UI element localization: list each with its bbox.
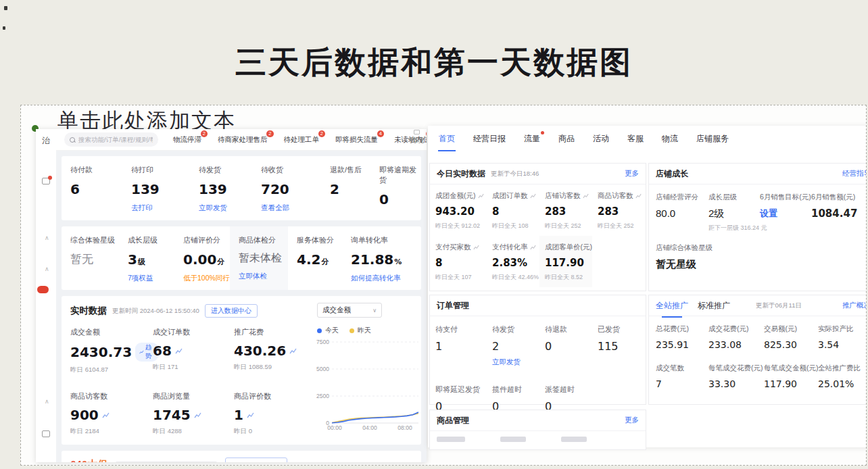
view-all-link[interactable]: 查看全部 (261, 203, 330, 213)
shop-experience-card: 综合体验星级 暂无 成长层级 3级 7项权益 店铺评价分 0.00分 低于100… (62, 226, 421, 290)
stat-value: 0.00 (183, 251, 216, 268)
stat-value: 117.90 (764, 378, 818, 389)
sidebar-menu-icon[interactable] (42, 178, 50, 184)
tab-traffic[interactable]: 流量 (524, 133, 540, 145)
stat-label: 商品浏览量 (153, 391, 234, 401)
stat-value: 2 (330, 181, 379, 197)
realtime-stats-grid: 成交金额 2430.73 趋势 昨日 6104.87 成交订单数 68 昨日 1… (70, 327, 308, 436)
sidebar-label: 治 (42, 135, 50, 147)
stat-label: 成交订单数 (153, 327, 234, 337)
stat-label: 成团客单价(元) (545, 243, 592, 252)
stat-product-visitors: 商品访客数 283 昨日全天 252 (592, 184, 646, 236)
chevron-up-icon[interactable]: ∧ (45, 266, 49, 272)
stat-value: 2级 (708, 207, 760, 220)
promotion-section: 全站推广 标准推广 更新于06月11日 推广概况 总花费(元) 235.91 成… (648, 295, 867, 405)
tab-products[interactable]: 商品 (558, 133, 575, 145)
trend-icon (247, 412, 254, 418)
stat-label: 支付买家数 (435, 243, 471, 252)
stat-pickup-timeout: 揽件超时 0 (487, 376, 539, 413)
promo-banner-card: 640大促 (62, 451, 421, 462)
stat-value: 115 (598, 340, 643, 353)
stat-value: 283 (545, 205, 589, 218)
ship-now-link[interactable]: 立即发货 (492, 357, 537, 367)
trend-icon (194, 412, 201, 418)
toolbar-item-label: 物流停滞 (173, 135, 201, 143)
stat-product-visitors: 商品访客数 900 昨日 2184 (70, 391, 153, 436)
toolbar-item-traffic-loss[interactable]: 即将损失流量4 (335, 135, 378, 145)
rights-link[interactable]: 7项权益 (128, 274, 174, 283)
stat-shop-visitors: 店铺访客数 283 昨日全天 252 (539, 184, 592, 236)
stat-label: 全站推广费比 (818, 364, 867, 373)
section-updated: 更新于今日18:46 (491, 170, 539, 178)
tab-sitewide-promo[interactable]: 全站推广 (656, 300, 688, 312)
toolbar-item-label: 即将损失流量 (335, 135, 378, 143)
stat-value: 139 (199, 181, 261, 197)
data-center-button[interactable]: 进入数据中心 (205, 304, 258, 318)
stat-value: 暂无 (70, 251, 119, 267)
stat-label: 每笔成交金额(元) (764, 364, 818, 373)
stat-label: 成团金额(元) (435, 191, 476, 201)
tab-shop-services[interactable]: 店铺服务 (696, 133, 729, 145)
set-target-link[interactable]: 设置 (760, 207, 811, 220)
legend-label: 昨天 (358, 326, 371, 335)
stat-value: 6 (70, 181, 131, 197)
toolbar-shortcuts: 物流停滞2 待商家处理售后2 待处理工单2 即将损失流量4 未读站内信66 (173, 135, 427, 145)
chevron-up-icon[interactable]: ∧ (45, 398, 49, 405)
stat-unit: 分 (321, 257, 329, 266)
stat-month-sales: 6月销售额(元) 1084.47 (811, 193, 867, 232)
improve-conversion-link[interactable]: 如何提高转化率 (351, 274, 421, 283)
guide-link[interactable]: 经营指导 (842, 169, 867, 178)
stat-label: 成交笔数 (656, 364, 708, 373)
trend-icon (478, 193, 484, 199)
section-title: 订单管理 (437, 300, 469, 312)
stat-label: 待支付 (435, 324, 484, 335)
stat-label: 商品访客数 (598, 191, 633, 201)
tab-daily-report[interactable]: 经营日报 (473, 133, 506, 145)
stat-value: 2 (492, 340, 537, 353)
stat-label: 成交金额 (70, 327, 153, 337)
stat-label: 待收货 (261, 165, 330, 175)
stat-shipped: 已发货 115 (592, 316, 646, 367)
promo-signup-button[interactable] (225, 458, 287, 462)
toolbar-item-pending-ticket[interactable]: 待处理工单2 (284, 135, 320, 145)
promo-overview-link[interactable]: 推广概况 (842, 301, 867, 310)
stat-deal-count: 成交笔数 7 (656, 364, 708, 399)
stat-value: 900 (70, 407, 99, 423)
empty-cell (592, 236, 646, 287)
check-now-link[interactable]: 立即体检 (239, 272, 288, 281)
stat-unit: 分 (217, 257, 224, 266)
toolbar-item-logistics-stalled[interactable]: 物流停滞2 (173, 135, 201, 145)
stat-shop-score: 店铺经营评分 80.0 (656, 193, 708, 232)
stat-total-spend: 总花费(元) 235.91 (656, 324, 708, 360)
toolbar-right-label: 跨境 (410, 136, 424, 145)
tab-logistics[interactable]: 物流 (662, 133, 678, 145)
toolbar-item-pending-aftersale[interactable]: 待商家处理售后2 (218, 135, 268, 145)
tab-standard-promo[interactable]: 标准推广 (698, 300, 730, 312)
left-toolbar: 物流停滞2 待商家处理售后2 待处理工单2 即将损失流量4 未读站内信66 跨境 (56, 129, 427, 151)
stat-yesterday: 昨日 2184 (70, 427, 153, 436)
search-box[interactable] (64, 132, 158, 147)
tab-activities[interactable]: 活动 (593, 133, 609, 145)
more-link[interactable]: 更多 (625, 416, 639, 425)
stat-value: 283 (598, 205, 643, 218)
tab-customer-service[interactable]: 客服 (627, 133, 644, 145)
tab-home[interactable]: 首页 (439, 133, 455, 145)
go-print-link[interactable]: 去打印 (131, 203, 199, 213)
chart-metric-dropdown[interactable]: 成交金额 ∨ (317, 303, 382, 318)
stat-label: 综合体验星级 (70, 235, 119, 245)
stat-avg-order-value: 成团客单价(元) 117.90 昨日全天 8.52 (539, 236, 592, 287)
stat-pending-ship: 待发货 139 立即发货 (199, 165, 261, 220)
count-badge: 4 (377, 130, 384, 137)
stat-unit: % (394, 257, 402, 266)
chevron-up-icon[interactable]: ∧ (45, 234, 49, 241)
ship-now-link[interactable]: 立即发货 (199, 203, 261, 213)
toolbar-item-label: 待处理工单 (284, 135, 320, 143)
stat-value: 825.30 (764, 339, 818, 350)
stat-label: 每笔成交花费(元) (708, 364, 764, 373)
clipped-label-placeholder (437, 437, 465, 442)
more-link[interactable]: 更多 (625, 169, 639, 178)
search-input[interactable] (78, 136, 153, 143)
search-icon (70, 137, 75, 143)
stat-spend-per-deal: 每笔成交花费(元) 33.30 (708, 364, 764, 399)
sidebar-bottom-icon[interactable] (42, 430, 50, 437)
